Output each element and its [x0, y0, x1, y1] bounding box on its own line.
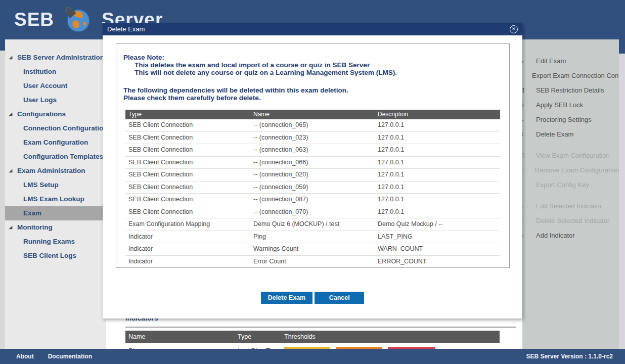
add-indicator-icon[interactable]: ▶ Add Indicator — [522, 228, 619, 243]
action-item-label: Add Indicator — [536, 232, 575, 239]
action-item-label: SEB Restriction Details — [536, 86, 604, 94]
dependencies-table: Type Name Description SEB Client Connect… — [125, 110, 500, 268]
sidebar-item[interactable]: ◢ SEB Client Logs — [5, 249, 106, 263]
col-type: Type — [125, 110, 253, 119]
dependency-type: SEB Client Connection — [125, 206, 253, 218]
section-divider — [125, 327, 516, 328]
tree-expand-arrow-icon[interactable]: ◢ — [9, 51, 12, 65]
sidebar-item-label: Exam Administration — [17, 167, 85, 174]
table-row: SEB Client Connection -- (connection_087… — [125, 194, 500, 206]
sidebar-item-label: Configuration Templates — [23, 153, 103, 160]
brand-seb-text: SEB — [14, 6, 54, 34]
note-block: Please Note: This deletes the exam and l… — [116, 44, 509, 76]
action-item-label: Proctoring Settings — [536, 116, 592, 123]
apply-seb-lock-icon[interactable]: ⊙ Apply SEB Lock — [522, 98, 619, 112]
note-line: This deletes the exam and local import o… — [123, 61, 509, 69]
table-row: SEB Client Connection -- (connection_065… — [125, 119, 500, 132]
dependency-name: Error Count — [253, 256, 378, 268]
sidebar-item[interactable]: ◢ Exam Configuration — [5, 135, 106, 150]
action-item-label: Remove Exam Configuration — [535, 166, 619, 174]
dependency-type: SEB Client Connection — [125, 169, 253, 181]
action-panel: ✎ Edit Exam ⇩ Export Exam Connection Con… — [522, 39, 619, 349]
sidebar-item-label: User Account — [23, 82, 67, 89]
dialog-content-panel: Please Note: This deletes the exam and l… — [116, 43, 510, 268]
sidebar-item[interactable]: ◢ Running Exams — [5, 235, 106, 249]
delete-exam-dialog: Delete Exam ✕ Please Note: This deletes … — [103, 23, 522, 318]
sidebar-item[interactable]: ◢ Exam — [5, 206, 106, 220]
version-label: SEB Server Version : 1.1.0-rc2 — [526, 353, 613, 360]
export-connection-config-icon[interactable]: ⇩ Export Exam Connection Configuration — [522, 68, 619, 83]
dependency-name: -- (connection_087) — [253, 194, 378, 206]
sidebar-item[interactable]: ◢ Exam Administration — [5, 164, 106, 178]
dependency-name: -- (connection_063) — [253, 144, 378, 156]
delete-selected-indicator-icon: ✕ — [522, 217, 526, 224]
sidebar-item-label: Monitoring — [17, 223, 53, 231]
proctoring-settings-icon[interactable]: ▶ Proctoring Settings — [522, 112, 619, 127]
col-name: Name — [253, 110, 378, 119]
dependency-description: 127.0.0.1 — [378, 194, 500, 206]
dependency-type: SEB Client Connection — [125, 144, 253, 156]
sidebar-nav: ◢ SEB Server Administration ◢ Institutio… — [0, 39, 106, 349]
dependency-description: 127.0.0.1 — [378, 169, 500, 181]
dependency-name: -- (connection_065) — [253, 119, 378, 131]
edit-exam-icon: ✎ — [522, 58, 526, 65]
about-link[interactable]: About — [16, 353, 34, 360]
edit-exam-icon[interactable]: ✎ Edit Exam — [522, 54, 619, 68]
warning-line: The following dependencies will be delet… — [123, 86, 509, 94]
delete-exam-button[interactable]: Delete Exam — [261, 292, 312, 304]
add-indicator-icon: ▶ — [522, 232, 526, 239]
dialog-button-bar: Delete Exam Cancel — [103, 292, 522, 304]
action-item-label: Edit Exam — [536, 57, 566, 65]
dependency-type: SEB Client Connection — [125, 157, 253, 169]
table-row: SEB Client Connection -- (connection_070… — [125, 206, 500, 219]
tree-expand-arrow-icon[interactable]: ◢ — [9, 164, 12, 178]
dependency-description: 127.0.0.1 — [378, 181, 500, 194]
sidebar-item[interactable]: ◢ User Account — [5, 79, 106, 93]
scrollbar-track[interactable] — [619, 54, 625, 349]
page-edge-left — [0, 39, 5, 51]
remove-exam-configuration-icon: ✕ — [522, 167, 525, 174]
dependency-description: 127.0.0.1 — [378, 206, 500, 218]
sidebar-item[interactable]: ◢ Configuration Templates — [5, 150, 106, 164]
seb-restriction-icon[interactable]: ❒ SEB Restriction Details — [522, 83, 619, 98]
proctoring-settings-icon: ▶ — [522, 116, 526, 123]
sidebar-item[interactable]: ◢ User Logs — [5, 93, 106, 107]
tree-expand-arrow-icon[interactable]: ◢ — [9, 220, 12, 235]
page-edge-right — [619, 39, 625, 54]
delete-exam-icon: ✕ — [522, 131, 526, 138]
sidebar-item-label: SEB Client Logs — [23, 252, 76, 259]
note-title: Please Note: — [123, 54, 509, 61]
close-icon[interactable]: ✕ — [510, 25, 518, 33]
dependency-description: 127.0.0.1 — [378, 144, 500, 156]
sidebar-item[interactable]: ◢ Connection Configuration — [5, 121, 106, 135]
sidebar-item-label: User Logs — [23, 96, 57, 104]
sidebar-item[interactable]: ◢ LMS Setup — [5, 178, 106, 192]
view-exam-configuration-icon: ❒ — [522, 152, 526, 159]
export-config-key-icon[interactable]: ⇩ Export Config Key — [522, 177, 619, 192]
seb-restriction-icon: ❒ — [522, 87, 526, 94]
sidebar-item[interactable]: ◢ SEB Server Administration — [5, 51, 106, 65]
view-exam-configuration-icon[interactable]: ❒ View Exam Configuration — [522, 148, 619, 163]
indicators-col-name: Name — [125, 333, 238, 340]
cancel-button[interactable]: Cancel — [315, 292, 364, 304]
edit-selected-indicator-icon[interactable]: ✎ Edit Selected Indicator — [522, 199, 619, 213]
documentation-link[interactable]: Documentation — [48, 353, 92, 360]
dependency-name: Demo Quiz 6 (MOCKUP) / test — [253, 218, 378, 231]
sidebar-item[interactable]: ◢ Institution — [5, 65, 106, 79]
remove-exam-configuration-icon[interactable]: ✕ Remove Exam Configuration — [522, 163, 619, 177]
action-item-label: Export Exam Connection Configuration — [532, 72, 619, 79]
dependencies-table-header: Type Name Description — [125, 110, 500, 119]
sidebar-item[interactable]: ◢ Configurations — [5, 107, 106, 121]
delete-exam-icon[interactable]: ✕ Delete Exam — [522, 127, 619, 142]
tree-expand-arrow-icon[interactable]: ◢ — [9, 107, 12, 121]
dependency-description: 127.0.0.1 — [378, 157, 500, 169]
sidebar-item[interactable]: ◢ Monitoring — [5, 220, 106, 235]
dependency-description: WARN_COUNT — [378, 243, 500, 255]
indicators-col-thresholds: Thresholds — [284, 333, 500, 340]
action-item-label: Apply SEB Lock — [536, 101, 583, 109]
sidebar-item[interactable]: ◢ LMS Exam Lookup — [5, 192, 106, 206]
indicators-table-header: Name Type Thresholds — [125, 331, 500, 343]
col-description: Description — [378, 110, 500, 119]
dependency-name: -- (connection_070) — [253, 206, 378, 218]
delete-selected-indicator-icon[interactable]: ✕ Delete Selected Indicator — [522, 213, 619, 228]
